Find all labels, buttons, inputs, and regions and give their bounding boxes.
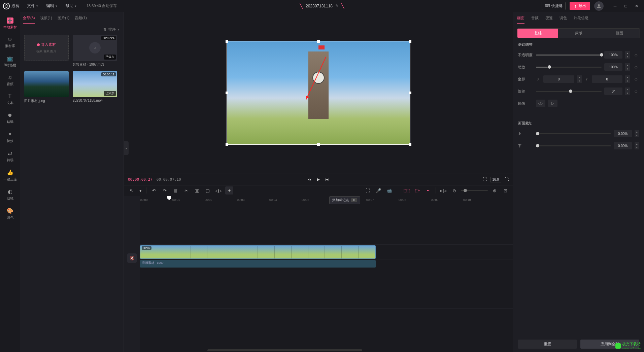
resize-handle[interactable] bbox=[226, 40, 228, 43]
props-tab-canvas[interactable]: 画面 bbox=[517, 13, 524, 23]
timeline-tracks[interactable]: 00:00 00:01 00:02 00:03 00:04 00:05 00:0… bbox=[140, 196, 513, 352]
freeze-button[interactable]: ▢ bbox=[204, 186, 212, 195]
audio-clip[interactable]: 音频素材 - 1967 bbox=[140, 260, 376, 268]
subtab-basic[interactable]: 基础 bbox=[517, 29, 558, 38]
sidebar-item-sticker[interactable]: ☻贴纸 bbox=[2, 109, 18, 127]
resize-handle[interactable] bbox=[409, 143, 411, 146]
position-x-input[interactable]: 0 bbox=[543, 75, 574, 83]
scale-slider[interactable] bbox=[536, 67, 602, 68]
menu-file[interactable]: 文件▾ bbox=[25, 2, 40, 10]
resize-handle[interactable] bbox=[226, 143, 228, 146]
props-tab-audio[interactable]: 音频 bbox=[531, 13, 539, 23]
prev-frame-button[interactable]: ⏮ bbox=[307, 177, 311, 182]
keyframe-button[interactable]: ◇ bbox=[633, 88, 639, 95]
delete-button[interactable]: 🗑 bbox=[171, 186, 179, 195]
cursor-dropdown[interactable]: ▾ bbox=[138, 186, 143, 195]
crop-button[interactable]: ⛶ bbox=[483, 177, 487, 182]
position-y-input[interactable]: 0 bbox=[592, 75, 623, 83]
marker-button[interactable]: ✦ bbox=[225, 186, 233, 195]
mute-track-button[interactable]: 🔇 bbox=[127, 253, 137, 263]
edit-icon[interactable]: ✎ bbox=[335, 4, 338, 8]
record-video-button[interactable]: 📹 bbox=[385, 186, 393, 195]
sidebar-item-bilibili[interactable]: 📺B站热梗 bbox=[2, 52, 18, 70]
zoom-out-button[interactable]: ⊖ bbox=[450, 186, 458, 195]
props-tab-clipinfo[interactable]: 片段信息 bbox=[574, 13, 588, 23]
mirror-button[interactable]: ◁▷ bbox=[214, 186, 223, 195]
spin-up[interactable]: ▴ bbox=[625, 75, 630, 79]
resize-handle[interactable] bbox=[409, 40, 411, 43]
crop-bottom-slider[interactable] bbox=[536, 145, 611, 146]
resize-handle[interactable] bbox=[226, 92, 228, 94]
timeline-ruler[interactable]: 00:00 00:01 00:02 00:03 00:04 00:05 00:0… bbox=[140, 196, 513, 204]
snap-button[interactable]: ▪▪ bbox=[424, 186, 432, 195]
next-frame-button[interactable]: ⏭ bbox=[325, 177, 329, 182]
empty-track-area[interactable] bbox=[140, 204, 513, 245]
spin-down[interactable]: ▾ bbox=[625, 91, 630, 95]
sidebar-item-transition[interactable]: ⇄转场 bbox=[2, 147, 18, 165]
undo-button[interactable]: ↶ bbox=[150, 186, 158, 195]
crop-top-input[interactable]: 0.00% bbox=[614, 130, 632, 137]
rotation-input[interactable]: 0° bbox=[604, 87, 622, 95]
playhead[interactable] bbox=[169, 196, 169, 352]
sidebar-item-like[interactable]: 👍一键三连 bbox=[2, 167, 18, 184]
split-button[interactable]: ✂ bbox=[182, 186, 190, 195]
zoom-fit-button[interactable]: ⊡ bbox=[501, 186, 509, 195]
media-item-image[interactable]: 图片素材.jpeg bbox=[24, 71, 69, 103]
sort-button[interactable]: 排序 bbox=[108, 27, 116, 32]
import-media-button[interactable]: 导入素材 视频 音频 图片 bbox=[24, 35, 69, 67]
spin-down[interactable]: ▾ bbox=[625, 79, 630, 83]
close-button[interactable]: ✕ bbox=[632, 1, 641, 11]
media-tab-all[interactable]: 全部(3) bbox=[23, 13, 35, 23]
keyframe-button[interactable]: ◇ bbox=[633, 76, 639, 82]
media-tab-image[interactable]: 图片(1) bbox=[58, 13, 69, 23]
resize-handle[interactable] bbox=[409, 92, 411, 94]
spin-up[interactable]: ▴ bbox=[635, 130, 639, 134]
cursor-tool[interactable]: ↖ bbox=[127, 186, 135, 195]
spin-down[interactable]: ▾ bbox=[635, 146, 639, 149]
subtab-cutout[interactable]: 抠图 bbox=[599, 29, 640, 38]
sidebar-item-filter[interactable]: ◐滤镜 bbox=[2, 186, 18, 204]
sidebar-item-audio[interactable]: ♫音频 bbox=[2, 72, 18, 89]
link-button[interactable]: ⬚▪ bbox=[413, 186, 421, 195]
spin-down[interactable]: ▾ bbox=[577, 79, 582, 83]
spin-up[interactable]: ▴ bbox=[625, 87, 630, 91]
empty-track-area[interactable] bbox=[140, 268, 513, 309]
export-button[interactable]: ⭱ 导出 bbox=[570, 2, 590, 10]
horizontal-scrollbar[interactable] bbox=[207, 349, 362, 351]
resize-handle[interactable] bbox=[317, 143, 320, 146]
redo-button[interactable]: ↷ bbox=[161, 186, 169, 195]
scale-input[interactable]: 100% bbox=[604, 63, 622, 71]
shortcut-button[interactable]: ⌨ 快捷键 bbox=[542, 2, 566, 10]
mirror-v-button[interactable]: ▷ bbox=[548, 100, 557, 107]
keyframe-button[interactable]: ◇ bbox=[633, 64, 639, 70]
spin-down[interactable]: ▾ bbox=[635, 134, 639, 137]
capture-button[interactable]: ⛶ bbox=[364, 186, 372, 195]
magnet-button[interactable]: ⬚⬚ bbox=[403, 186, 411, 195]
video-track[interactable]: 00:07 bbox=[140, 245, 513, 259]
user-avatar[interactable] bbox=[594, 1, 604, 11]
spin-up[interactable]: ▴ bbox=[635, 142, 639, 146]
zoom-in-button[interactable]: ⊕ bbox=[490, 186, 499, 195]
menu-edit[interactable]: 编辑▾ bbox=[44, 2, 59, 10]
media-tab-video[interactable]: 视频(1) bbox=[40, 13, 52, 23]
props-tab-color[interactable]: 调色 bbox=[560, 13, 567, 23]
video-clip[interactable]: 00:07 bbox=[140, 245, 376, 259]
audio-track[interactable]: 音频素材 - 1967 bbox=[140, 259, 513, 268]
play-button[interactable]: ▶ bbox=[317, 177, 320, 182]
resize-handle[interactable] bbox=[317, 40, 320, 43]
opacity-input[interactable]: 100% bbox=[604, 51, 622, 59]
opacity-slider[interactable] bbox=[536, 55, 602, 56]
sidebar-item-effects[interactable]: ✦特效 bbox=[2, 128, 18, 146]
maximize-button[interactable]: □ bbox=[621, 1, 631, 11]
spin-down[interactable]: ▾ bbox=[625, 67, 630, 71]
keyframe-button[interactable]: ◇ bbox=[633, 51, 639, 58]
crop-top-slider[interactable] bbox=[536, 133, 611, 134]
media-item-video[interactable]: 00:00:11 已添加 202307071158.mp4 bbox=[73, 71, 117, 103]
spin-up[interactable]: ▴ bbox=[577, 75, 582, 79]
sidebar-item-library[interactable]: ☺素材库 bbox=[2, 34, 18, 51]
mirror-h-button[interactable]: ◁▷ bbox=[536, 100, 545, 107]
preview-cut-button[interactable]: ▹|◃ bbox=[439, 186, 447, 195]
subtab-mask[interactable]: 蒙版 bbox=[558, 29, 599, 38]
aspect-ratio[interactable]: 16:9 bbox=[490, 177, 501, 182]
record-audio-button[interactable]: 🎤 bbox=[374, 186, 382, 195]
